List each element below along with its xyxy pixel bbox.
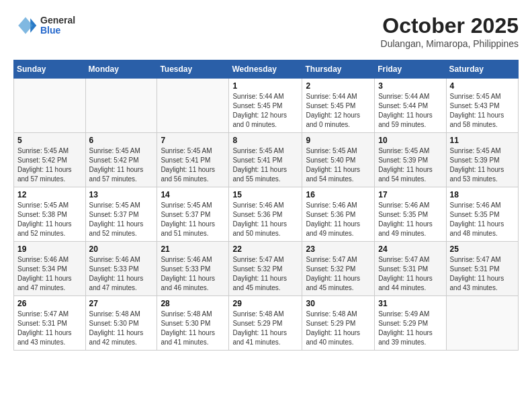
logo-blue: Blue — [40, 26, 75, 36]
day-info: Sunrise: 5:45 AMSunset: 5:42 PMDaylight:… — [89, 146, 154, 184]
day-cell: 7 Sunrise: 5:45 AMSunset: 5:41 PMDayligh… — [157, 133, 229, 187]
day-info: Sunrise: 5:46 AMSunset: 5:36 PMDaylight:… — [306, 201, 371, 238]
day-number: 3 — [378, 81, 442, 91]
day-number: 18 — [450, 190, 515, 199]
day-info: Sunrise: 5:48 AMSunset: 5:30 PMDaylight:… — [89, 310, 154, 347]
day-info: Sunrise: 5:46 AMSunset: 5:35 PMDaylight:… — [450, 201, 515, 238]
logo: General Blue — [13, 13, 75, 38]
day-cell: 15 Sunrise: 5:46 AMSunset: 5:36 PMDaylig… — [229, 187, 302, 242]
day-info: Sunrise: 5:48 AMSunset: 5:29 PMDaylight:… — [306, 310, 371, 347]
day-info: Sunrise: 5:46 AMSunset: 5:35 PMDaylight:… — [378, 201, 442, 238]
day-cell: 6 Sunrise: 5:45 AMSunset: 5:42 PMDayligh… — [85, 133, 157, 187]
week-row-4: 19 Sunrise: 5:46 AMSunset: 5:34 PMDaylig… — [14, 242, 519, 296]
day-cell: 24 Sunrise: 5:47 AMSunset: 5:31 PMDaylig… — [375, 242, 446, 296]
day-cell: 10 Sunrise: 5:45 AMSunset: 5:39 PMDaylig… — [375, 133, 446, 187]
header-cell-monday: Monday — [85, 60, 157, 79]
day-cell: 5 Sunrise: 5:45 AMSunset: 5:42 PMDayligh… — [14, 133, 86, 187]
day-info: Sunrise: 5:48 AMSunset: 5:30 PMDaylight:… — [161, 310, 225, 347]
day-number: 4 — [450, 81, 515, 91]
week-row-2: 5 Sunrise: 5:45 AMSunset: 5:42 PMDayligh… — [14, 133, 519, 187]
day-info: Sunrise: 5:47 AMSunset: 5:31 PMDaylight:… — [17, 310, 82, 347]
day-number: 21 — [161, 244, 225, 254]
day-cell: 8 Sunrise: 5:45 AMSunset: 5:41 PMDayligh… — [229, 133, 302, 187]
logo-icon — [13, 13, 38, 38]
day-cell: 23 Sunrise: 5:47 AMSunset: 5:32 PMDaylig… — [302, 242, 375, 296]
day-number: 12 — [17, 190, 82, 199]
day-number: 20 — [89, 244, 154, 254]
header-cell-tuesday: Tuesday — [157, 60, 229, 79]
title-area: October 2025 Dulangan, Mimaropa, Philipp… — [381, 13, 519, 49]
day-info: Sunrise: 5:47 AMSunset: 5:32 PMDaylight:… — [306, 255, 371, 293]
header-cell-thursday: Thursday — [302, 60, 375, 79]
day-number: 15 — [232, 190, 298, 199]
day-info: Sunrise: 5:46 AMSunset: 5:33 PMDaylight:… — [89, 255, 154, 293]
day-cell: 9 Sunrise: 5:45 AMSunset: 5:40 PMDayligh… — [302, 133, 375, 187]
day-cell: 13 Sunrise: 5:45 AMSunset: 5:37 PMDaylig… — [85, 187, 157, 242]
header-cell-sunday: Sunday — [14, 60, 86, 79]
day-cell: 2 Sunrise: 5:44 AMSunset: 5:45 PMDayligh… — [302, 79, 375, 133]
day-cell: 4 Sunrise: 5:45 AMSunset: 5:43 PMDayligh… — [446, 79, 518, 133]
day-number: 24 — [378, 244, 442, 254]
day-number: 28 — [161, 299, 225, 308]
logo-text: General Blue — [40, 15, 75, 36]
day-info: Sunrise: 5:45 AMSunset: 5:41 PMDaylight:… — [161, 146, 225, 184]
day-cell: 30 Sunrise: 5:48 AMSunset: 5:29 PMDaylig… — [302, 296, 375, 351]
day-cell: 20 Sunrise: 5:46 AMSunset: 5:33 PMDaylig… — [85, 242, 157, 296]
day-info: Sunrise: 5:45 AMSunset: 5:37 PMDaylight:… — [161, 201, 225, 238]
day-number: 16 — [306, 190, 371, 199]
day-cell: 31 Sunrise: 5:49 AMSunset: 5:29 PMDaylig… — [375, 296, 446, 351]
header-row: SundayMondayTuesdayWednesdayThursdayFrid… — [14, 60, 519, 79]
week-row-5: 26 Sunrise: 5:47 AMSunset: 5:31 PMDaylig… — [14, 296, 519, 351]
day-info: Sunrise: 5:45 AMSunset: 5:38 PMDaylight:… — [17, 201, 82, 238]
week-row-1: 1 Sunrise: 5:44 AMSunset: 5:45 PMDayligh… — [14, 79, 519, 133]
day-cell: 27 Sunrise: 5:48 AMSunset: 5:30 PMDaylig… — [85, 296, 157, 351]
day-number: 31 — [378, 299, 442, 308]
day-info: Sunrise: 5:44 AMSunset: 5:44 PMDaylight:… — [378, 92, 442, 130]
day-number: 25 — [450, 244, 515, 254]
day-info: Sunrise: 5:45 AMSunset: 5:39 PMDaylight:… — [450, 146, 515, 184]
day-cell — [446, 296, 518, 351]
day-number: 30 — [306, 299, 371, 308]
day-cell: 28 Sunrise: 5:48 AMSunset: 5:30 PMDaylig… — [157, 296, 229, 351]
day-cell — [14, 79, 86, 133]
month-title: October 2025 — [381, 13, 519, 38]
logo-general: General — [40, 15, 75, 26]
day-info: Sunrise: 5:47 AMSunset: 5:31 PMDaylight:… — [450, 255, 515, 293]
day-info: Sunrise: 5:48 AMSunset: 5:29 PMDaylight:… — [232, 310, 298, 347]
day-number: 26 — [17, 299, 82, 308]
day-info: Sunrise: 5:46 AMSunset: 5:36 PMDaylight:… — [232, 201, 298, 238]
day-number: 27 — [89, 299, 154, 308]
location: Dulangan, Mimaropa, Philippines — [381, 38, 519, 49]
header-cell-wednesday: Wednesday — [229, 60, 302, 79]
day-number: 19 — [17, 244, 82, 254]
day-info: Sunrise: 5:47 AMSunset: 5:31 PMDaylight:… — [378, 255, 442, 293]
day-cell: 11 Sunrise: 5:45 AMSunset: 5:39 PMDaylig… — [446, 133, 518, 187]
day-number: 2 — [306, 81, 371, 91]
calendar-body: 1 Sunrise: 5:44 AMSunset: 5:45 PMDayligh… — [14, 79, 519, 351]
day-info: Sunrise: 5:45 AMSunset: 5:39 PMDaylight:… — [378, 146, 442, 184]
day-cell: 19 Sunrise: 5:46 AMSunset: 5:34 PMDaylig… — [14, 242, 86, 296]
header-cell-saturday: Saturday — [446, 60, 518, 79]
day-number: 9 — [306, 136, 371, 145]
day-cell: 16 Sunrise: 5:46 AMSunset: 5:36 PMDaylig… — [302, 187, 375, 242]
day-cell — [157, 79, 229, 133]
day-cell — [85, 79, 157, 133]
day-cell: 22 Sunrise: 5:47 AMSunset: 5:32 PMDaylig… — [229, 242, 302, 296]
week-row-3: 12 Sunrise: 5:45 AMSunset: 5:38 PMDaylig… — [14, 187, 519, 242]
day-info: Sunrise: 5:46 AMSunset: 5:34 PMDaylight:… — [17, 255, 82, 293]
day-cell: 1 Sunrise: 5:44 AMSunset: 5:45 PMDayligh… — [229, 79, 302, 133]
day-number: 6 — [89, 136, 154, 145]
day-number: 10 — [378, 136, 442, 145]
day-cell: 14 Sunrise: 5:45 AMSunset: 5:37 PMDaylig… — [157, 187, 229, 242]
day-cell: 21 Sunrise: 5:46 AMSunset: 5:33 PMDaylig… — [157, 242, 229, 296]
day-cell: 17 Sunrise: 5:46 AMSunset: 5:35 PMDaylig… — [375, 187, 446, 242]
day-info: Sunrise: 5:45 AMSunset: 5:42 PMDaylight:… — [17, 146, 82, 184]
day-cell: 26 Sunrise: 5:47 AMSunset: 5:31 PMDaylig… — [14, 296, 86, 351]
day-number: 23 — [306, 244, 371, 254]
calendar-table: SundayMondayTuesdayWednesdayThursdayFrid… — [13, 60, 519, 351]
page-header: General Blue October 2025 Dulangan, Mima… — [13, 13, 519, 49]
calendar-header: SundayMondayTuesdayWednesdayThursdayFrid… — [14, 60, 519, 79]
day-info: Sunrise: 5:44 AMSunset: 5:45 PMDaylight:… — [232, 92, 298, 130]
day-number: 13 — [89, 190, 154, 199]
day-cell: 25 Sunrise: 5:47 AMSunset: 5:31 PMDaylig… — [446, 242, 518, 296]
